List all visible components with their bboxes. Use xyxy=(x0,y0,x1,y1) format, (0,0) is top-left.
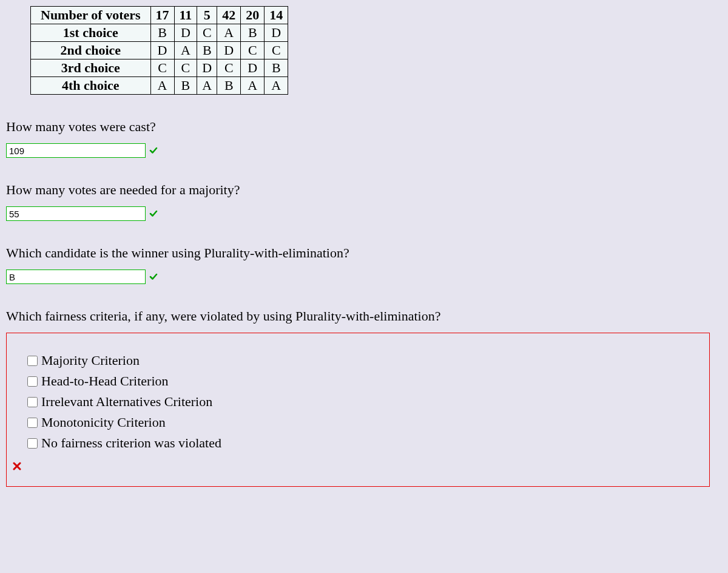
cell: D xyxy=(174,24,197,42)
cell: C xyxy=(265,42,288,59)
cell: A xyxy=(150,77,174,95)
criteria-label: Irrelevant Alternatives Criterion xyxy=(41,394,212,410)
cell: A xyxy=(217,24,241,42)
row-label: 4th choice xyxy=(31,77,151,95)
criteria-label: No fairness criterion was violated xyxy=(41,435,221,451)
criteria-checkbox-monotonicity[interactable] xyxy=(27,418,38,428)
cell: C xyxy=(197,24,217,42)
preference-table: Number of voters 17 11 5 42 20 14 1st ch… xyxy=(30,6,288,95)
header-cell: 5 xyxy=(197,7,217,24)
cell: D xyxy=(241,59,265,77)
cell: C xyxy=(150,59,174,77)
table-header-row: Number of voters 17 11 5 42 20 14 xyxy=(31,7,288,24)
cell: A xyxy=(174,42,197,59)
criteria-option[interactable]: Head-to-Head Criterion xyxy=(27,373,695,389)
table-row: 3rd choice C C D C D B xyxy=(31,59,288,77)
row-label: 3rd choice xyxy=(31,59,151,77)
incorrect-cross-icon xyxy=(13,462,21,470)
cell: D xyxy=(217,42,241,59)
header-cell: Number of voters xyxy=(31,7,151,24)
cell: C xyxy=(241,42,265,59)
header-cell: 42 xyxy=(217,7,241,24)
cell: B xyxy=(241,24,265,42)
criteria-option[interactable]: Monotonicity Criterion xyxy=(27,415,695,430)
criteria-label: Head-to-Head Criterion xyxy=(41,373,169,389)
question-3-input[interactable] xyxy=(6,270,146,284)
criteria-checkbox-irrelevant-alternatives[interactable] xyxy=(27,397,38,407)
cell: D xyxy=(265,24,288,42)
row-label: 2nd choice xyxy=(31,42,151,59)
header-cell: 14 xyxy=(265,7,288,24)
criteria-checkbox-majority[interactable] xyxy=(27,356,38,366)
question-1-text: How many votes were cast? xyxy=(6,119,722,135)
cell: D xyxy=(197,59,217,77)
question-4-text: Which fairness criteria, if any, were vi… xyxy=(6,308,722,324)
criteria-option[interactable]: Majority Criterion xyxy=(27,353,695,368)
question-3-text: Which candidate is the winner using Plur… xyxy=(6,245,722,261)
question-1-input[interactable] xyxy=(6,143,146,158)
row-label: 1st choice xyxy=(31,24,151,42)
criteria-checkbox-head-to-head[interactable] xyxy=(27,376,38,387)
criteria-label: Majority Criterion xyxy=(41,353,140,368)
cell: B xyxy=(174,77,197,95)
cell: B xyxy=(197,42,217,59)
criteria-checkbox-none[interactable] xyxy=(27,438,38,449)
criteria-answer-box: Majority Criterion Head-to-Head Criterio… xyxy=(6,333,710,487)
cell: B xyxy=(265,59,288,77)
table-row: 4th choice A B A B A A xyxy=(31,77,288,95)
criteria-label: Monotonicity Criterion xyxy=(41,415,166,430)
cell: A xyxy=(265,77,288,95)
cell: D xyxy=(150,42,174,59)
cell: C xyxy=(217,59,241,77)
header-cell: 17 xyxy=(150,7,174,24)
question-2-input[interactable] xyxy=(6,206,146,221)
header-cell: 11 xyxy=(174,7,197,24)
cell: A xyxy=(241,77,265,95)
header-cell: 20 xyxy=(241,7,265,24)
table-row: 1st choice B D C A B D xyxy=(31,24,288,42)
question-2-text: How many votes are needed for a majority… xyxy=(6,182,722,198)
cell: B xyxy=(217,77,241,95)
correct-check-icon xyxy=(149,273,158,281)
cell: B xyxy=(150,24,174,42)
criteria-option[interactable]: No fairness criterion was violated xyxy=(27,435,695,451)
criteria-option[interactable]: Irrelevant Alternatives Criterion xyxy=(27,394,695,410)
cell: A xyxy=(197,77,217,95)
correct-check-icon xyxy=(149,209,158,218)
table-row: 2nd choice D A B D C C xyxy=(31,42,288,59)
cell: C xyxy=(174,59,197,77)
correct-check-icon xyxy=(149,146,158,155)
